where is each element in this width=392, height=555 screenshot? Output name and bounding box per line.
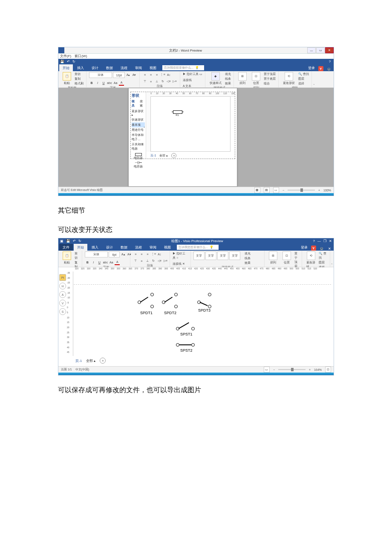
spacing-icon[interactable]: A↕ [166, 72, 171, 77]
indent-inc-icon[interactable]: ▷≡ [172, 79, 177, 84]
underline-button[interactable]: U [97, 260, 102, 265]
add-page-button[interactable]: + [171, 153, 176, 158]
italic-button[interactable]: I [95, 80, 100, 85]
zoom-value[interactable]: 164% [314, 368, 322, 371]
align-right-icon[interactable]: ≡ [145, 251, 150, 257]
basic-stencil[interactable]: 基本项 [132, 122, 145, 127]
pointer-tool[interactable]: ▶ 指针工具 ○ [173, 251, 187, 260]
effects-button[interactable]: 效果 [245, 261, 251, 265]
zoom-in-button[interactable]: + [318, 189, 320, 192]
close-inner-button[interactable]: ✕ [328, 247, 331, 251]
indent-dec-icon[interactable]: ◁≡ [157, 258, 162, 263]
change-shape-button[interactable]: ⟲更改形状 [281, 72, 297, 85]
format-painter-button[interactable]: 格式刷 [75, 81, 84, 86]
tab-process[interactable]: 流程 [132, 244, 145, 251]
tab-file[interactable]: 文件 [59, 244, 73, 251]
layer-button[interactable]: 图层 [319, 260, 327, 265]
undo-icon[interactable]: ↶ [73, 239, 76, 243]
all-pages[interactable]: 全部 ▴ [86, 358, 95, 363]
bullets-icon[interactable]: ⋮≡ [160, 72, 165, 77]
bullets-icon[interactable]: ⋮≡ [151, 251, 156, 257]
spdt3-node-nc[interactable] [208, 305, 211, 308]
spst2-lever[interactable] [179, 344, 191, 345]
tab-design[interactable]: 设计 [103, 244, 116, 251]
all-pages[interactable]: 全部 ▴ [159, 153, 168, 158]
login-link[interactable]: 登录 [299, 244, 309, 251]
position-button[interactable]: ⊡位置 [281, 251, 293, 265]
cut-button[interactable]: 剪切 [75, 251, 79, 260]
view-single-icon[interactable]: ▦ [254, 187, 260, 193]
capacitor-shape-item[interactable]: ⊣⊢ 电容器 [134, 161, 143, 169]
help-icon[interactable]: ? [313, 239, 315, 243]
select-button[interactable]: 选择 [298, 81, 309, 86]
more-shapes[interactable]: 更多形状 ▸ [132, 109, 145, 117]
quick-styles-button[interactable]: ◆快速样式 [208, 72, 223, 85]
view-multi-icon[interactable]: ▤ [264, 187, 270, 193]
spdt1-node-nc[interactable] [150, 305, 154, 308]
style-preset-2[interactable]: 文字 [205, 251, 216, 260]
tool-s[interactable]: S [59, 308, 66, 315]
tab-design[interactable]: 设计 [88, 64, 102, 71]
change-shape-button[interactable]: ⟲更改形状 [305, 251, 317, 269]
zoom-out-button[interactable]: − [282, 189, 284, 192]
y-icon[interactable]: Y [311, 246, 316, 251]
minimize-button[interactable]: — [317, 239, 321, 243]
position-button[interactable]: ⊡位置 [250, 72, 262, 85]
align-center-icon[interactable]: ≡ [148, 72, 153, 77]
menu-file[interactable]: 文件(F) [60, 54, 71, 58]
save-icon[interactable]: 💾 [66, 239, 70, 243]
bold-button[interactable]: B [89, 80, 94, 85]
shrink-font-button[interactable]: A▾ [132, 72, 137, 78]
valign-mid-icon[interactable]: ≡ [139, 258, 144, 263]
line-button[interactable]: 线条 [245, 256, 251, 260]
spdt3-lever[interactable] [200, 302, 208, 306]
font-name-select[interactable]: 宋体 [85, 251, 108, 257]
presentation-icon[interactable]: ▭ [264, 367, 270, 373]
save-icon[interactable]: 💾 [60, 60, 64, 64]
style-preset-4[interactable]: 文字 [229, 251, 240, 260]
login-link[interactable]: 登录 [306, 65, 317, 71]
textsize-button[interactable]: Aa [113, 80, 118, 85]
collapse-ribbon-icon[interactable]: ˄ [330, 251, 334, 267]
tell-me-input[interactable]: 告诉我您想要做什么... 💡 [162, 65, 204, 70]
tab-home[interactable]: 开始 [74, 244, 87, 251]
spst2-node-a[interactable] [176, 343, 179, 347]
zoom-slider[interactable] [288, 190, 315, 191]
menu-window[interactable]: 窗口(W) [75, 54, 87, 58]
tab-insert[interactable]: 插入 [88, 244, 102, 251]
add-page-button[interactable]: + [100, 358, 106, 364]
valign-top-icon[interactable]: ⊤ [133, 258, 138, 263]
redo-icon[interactable]: ↻ [78, 239, 81, 243]
strike-button[interactable]: abc [103, 260, 108, 265]
pointer-tool[interactable]: ▶ 指针工具 ▭ [183, 72, 202, 76]
valign-top-icon[interactable]: ⊤ [142, 79, 147, 84]
drawing-sheet[interactable]: SPDT1 SPDT2 SPDT3 SPST1 [74, 272, 331, 356]
spst2-node-b[interactable] [191, 343, 195, 347]
grow-font-button[interactable]: A▴ [126, 72, 131, 78]
tab-data[interactable]: 数据 [103, 64, 116, 71]
style-preset-1[interactable]: 文字 [193, 251, 205, 260]
font-size-select[interactable]: 6pt [109, 251, 120, 257]
visio-embedded-object[interactable]: 形状 模具 搜索 更多形状 ▸ 快速形状 基本项 用途符号 半导体和电子… 开关… [130, 92, 235, 159]
bold-button[interactable]: B [85, 260, 90, 265]
tab-process[interactable]: 流程 [117, 64, 131, 71]
spdt1-lever[interactable] [140, 297, 148, 302]
draw-stencil[interactable]: 用途符号 [132, 127, 145, 133]
fit-window-icon[interactable]: ⊡ [325, 367, 331, 373]
semi-stencil[interactable]: 半导体和电子… [132, 133, 145, 142]
align-left-icon[interactable]: ≡ [142, 72, 147, 77]
layer-button[interactable]: 图层 [298, 77, 309, 81]
font-size-select[interactable]: 12pt [113, 72, 125, 78]
underline-button[interactable]: U [101, 80, 106, 85]
zoom-slider[interactable] [278, 369, 306, 370]
indent-inc-icon[interactable]: ▷≡ [163, 258, 168, 263]
tab-view[interactable]: 视图 [161, 244, 174, 251]
align-button[interactable]: ⊞排列 [236, 72, 248, 85]
page-tab-1[interactable]: 页-1 [150, 153, 156, 158]
paste-button[interactable]: 📋粘贴 [61, 72, 73, 85]
spst1-lever[interactable] [179, 322, 189, 329]
find-button[interactable]: 🔍 查找 [319, 251, 327, 260]
line-button[interactable]: 线条 [225, 77, 231, 81]
cut-button[interactable]: 剪切 [75, 72, 84, 76]
visio-canvas[interactable]: R1 [150, 96, 231, 152]
